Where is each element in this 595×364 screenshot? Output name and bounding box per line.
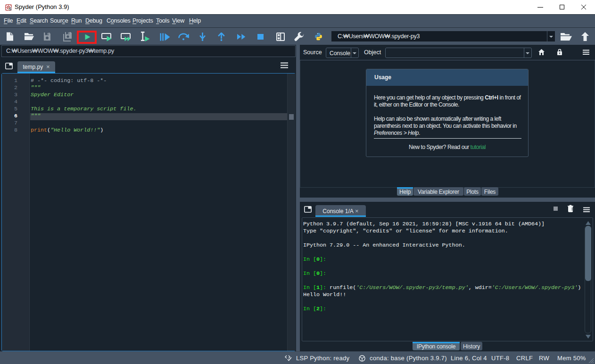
svg-text:S: S: [8, 7, 11, 11]
